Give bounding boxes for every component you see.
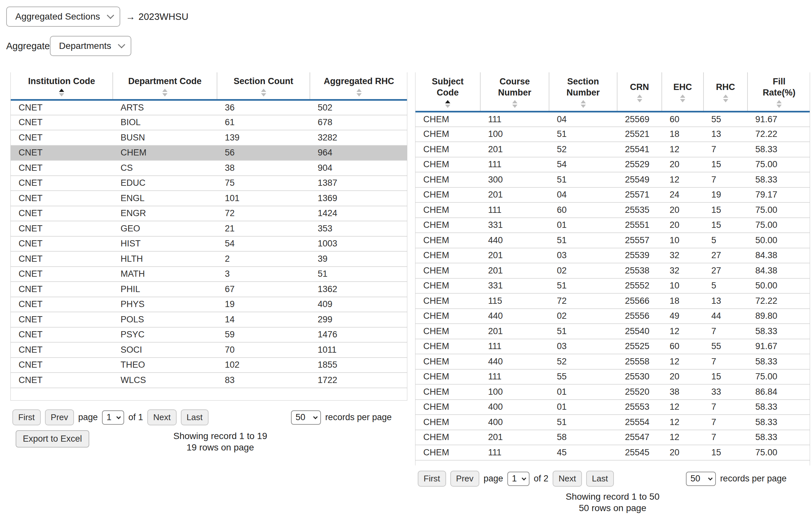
cell: 67	[217, 282, 310, 297]
sort-asc-icon	[723, 94, 728, 98]
table-row: CHEM400012555312758.33	[415, 400, 810, 415]
table-row[interactable]: CNETARTS36502	[11, 100, 407, 115]
col-header-subject-code[interactable]: Subject Code	[415, 73, 480, 112]
records-per-page-select[interactable]: 50	[686, 471, 716, 486]
records-per-page-select[interactable]: 50	[291, 410, 321, 425]
cell: 75.00	[748, 445, 810, 460]
table-row[interactable]: CNETHIST541003	[11, 236, 407, 252]
table-row: CHEM440522555812758.33	[415, 354, 810, 369]
cell: 58.33	[748, 430, 810, 445]
col-header-ehc[interactable]: EHC	[662, 73, 703, 112]
col-header-fill-rate[interactable]: Fill Rate(%)	[748, 73, 810, 112]
records-per-page-label: records per page	[325, 412, 392, 423]
cell: PHYS	[113, 297, 217, 312]
table-row[interactable]: CNETHLTH239	[11, 251, 407, 267]
page-select[interactable]: 1	[508, 471, 529, 486]
cell: 38	[662, 384, 703, 400]
cell: 58.33	[748, 354, 810, 369]
cell: CNET	[11, 100, 113, 115]
records-per-page-group: 50 records per page	[686, 471, 787, 486]
table-row[interactable]: CNETCHEM56964	[11, 145, 407, 161]
table-row[interactable]: CNETPOLS14299	[11, 312, 407, 327]
view-select[interactable]: Aggregated Sections	[6, 6, 120, 27]
sections-table: Subject CodeCourse NumberSection NumberC…	[415, 73, 810, 461]
table-row[interactable]: CNETBUSN1393282	[11, 130, 407, 145]
next-page-button[interactable]: Next	[553, 471, 582, 487]
cell: 7	[703, 400, 748, 415]
first-page-button[interactable]: First	[12, 409, 41, 425]
cell: 03	[549, 339, 617, 354]
page-count-label: of 2	[534, 474, 548, 484]
table-row: CHEM300512554912758.33	[415, 172, 810, 188]
cell: 75.00	[748, 218, 810, 233]
aggregated-by-select[interactable]: Departments	[50, 36, 131, 56]
col-header-aggregated-rhc[interactable]: Aggregated RHC	[310, 73, 407, 100]
col-header-department-code[interactable]: Department Code	[113, 73, 217, 100]
prev-page-button[interactable]: Prev	[45, 409, 74, 425]
cell: 111	[480, 445, 549, 460]
col-header-crn[interactable]: CRN	[617, 73, 662, 112]
table-row[interactable]: CNETPHYS19409	[11, 297, 407, 312]
cell: CHEM	[415, 354, 480, 369]
table-row[interactable]: CNETPHIL671362	[11, 282, 407, 297]
cell: 50.00	[748, 278, 810, 294]
next-page-button[interactable]: Next	[147, 409, 176, 425]
cell: 13	[703, 293, 748, 309]
cell: CNET	[11, 130, 113, 145]
cell: 25525	[617, 339, 662, 354]
cell: 58.33	[748, 414, 810, 430]
table-row[interactable]: CNETMATH351	[11, 267, 407, 282]
sort-desc-icon	[637, 99, 642, 102]
cell: 51	[549, 127, 617, 142]
table-row[interactable]: CNETGEO21353	[11, 221, 407, 236]
table-row[interactable]: CNETEDUC751387	[11, 176, 407, 191]
cell: 45	[549, 445, 617, 460]
last-page-button[interactable]: Last	[181, 409, 208, 425]
col-header-course-number[interactable]: Course Number	[480, 73, 549, 112]
first-page-button[interactable]: First	[418, 471, 446, 487]
cell: 59	[217, 327, 310, 343]
cell: 02	[549, 309, 617, 324]
cell: CNET	[11, 115, 113, 131]
table-row[interactable]: CNETWLCS831722	[11, 373, 407, 388]
cell: 75	[217, 176, 310, 191]
col-header-institution-code[interactable]: Institution Code	[11, 73, 113, 100]
col-header-label: CRN	[619, 82, 660, 92]
cell: 102	[217, 357, 310, 373]
sort-desc-icon	[261, 93, 266, 96]
table-row[interactable]: CNETCS38904	[11, 160, 407, 176]
table-row[interactable]: CNETTHEO1021855	[11, 357, 407, 373]
cell: CHEM	[113, 145, 217, 161]
cell: 19	[703, 188, 748, 203]
cell: CHEM	[415, 233, 480, 248]
cell: 72.22	[748, 127, 810, 142]
cell: CNET	[11, 342, 113, 357]
prev-page-button[interactable]: Prev	[450, 471, 479, 487]
cell: 24	[662, 188, 703, 203]
cell: 39	[310, 251, 407, 267]
cell: 300	[480, 172, 549, 188]
col-header-label: Section Count	[219, 76, 308, 87]
table-row[interactable]: CNETENGR721424	[11, 206, 407, 221]
sort-arrows	[312, 89, 406, 96]
page-select[interactable]: 1	[102, 410, 124, 425]
term-label: → 2023WHSU	[126, 6, 188, 27]
table-row[interactable]: CNETENGL1011369	[11, 191, 407, 206]
cell: 12	[662, 400, 703, 415]
cell: 1855	[310, 357, 407, 373]
table-row: CHEM2010325539322784.38	[415, 248, 810, 263]
departments-table-container: Institution CodeDepartment CodeSection C…	[10, 73, 407, 401]
cell: 01	[549, 400, 617, 415]
table-row[interactable]: CNETSOCI701011	[11, 342, 407, 357]
sort-arrows	[219, 89, 308, 96]
cell: 86.84	[748, 384, 810, 400]
col-header-section-count[interactable]: Section Count	[217, 73, 310, 100]
arrow-icon: →	[126, 11, 135, 22]
cell: 201	[480, 248, 549, 263]
last-page-button[interactable]: Last	[586, 471, 614, 487]
col-header-rhc[interactable]: RHC	[703, 73, 748, 112]
table-row[interactable]: CNETPSYC591476	[11, 327, 407, 343]
col-header-section-number[interactable]: Section Number	[549, 73, 617, 112]
table-row[interactable]: CNETBIOL61678	[11, 115, 407, 131]
cell: 10	[662, 233, 703, 248]
